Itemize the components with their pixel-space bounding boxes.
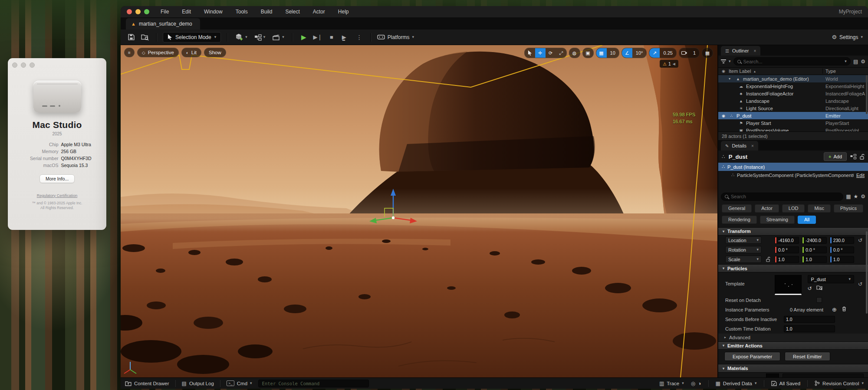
eye-icon[interactable]: ◉ bbox=[718, 69, 729, 73]
menu-select[interactable]: Select bbox=[285, 9, 299, 15]
zoom-button[interactable] bbox=[144, 9, 149, 14]
material-asset-dropdown[interactable] bbox=[783, 374, 864, 377]
rotation-y-field[interactable] bbox=[802, 246, 826, 253]
filter-icon[interactable] bbox=[721, 59, 726, 63]
scale-lock-icon[interactable] bbox=[764, 257, 772, 262]
content-drawer-button[interactable]: Content Drawer bbox=[125, 381, 169, 386]
play-button[interactable]: ▶ bbox=[299, 32, 309, 43]
save-icon[interactable] bbox=[126, 32, 136, 43]
location-x-field[interactable] bbox=[775, 237, 799, 244]
menu-edit[interactable]: Edit bbox=[182, 9, 191, 15]
seconds-before-inactive-field[interactable] bbox=[784, 316, 835, 323]
show-dropdown[interactable]: Show bbox=[204, 48, 226, 57]
scale-y-field[interactable] bbox=[802, 256, 826, 263]
new-folder-icon[interactable]: ▤ bbox=[853, 59, 858, 65]
rotation-x-field[interactable] bbox=[775, 246, 799, 253]
surface-snap-button[interactable]: ▣ bbox=[583, 48, 593, 58]
outliner-row-p-dust[interactable]: ◉ ∴P_dust Emitter bbox=[718, 112, 868, 119]
output-log-button[interactable]: ▤ Output Log bbox=[182, 380, 214, 387]
rotation-snap-toggle[interactable]: ∠ bbox=[622, 48, 632, 58]
launch-button[interactable]: ▶▂ bbox=[340, 32, 351, 43]
outliner-row-postprocess[interactable]: ▣PostProcessVolume PostProcessVol bbox=[718, 127, 868, 131]
perspective-dropdown[interactable]: ◇Perspective bbox=[137, 48, 179, 57]
level-viewport[interactable]: ≡ ◇Perspective ◐Lit Show ✛ ⟳ ⤢ ◍ ▣ ▦ bbox=[121, 45, 717, 377]
pill-rendering[interactable]: Rendering bbox=[722, 216, 757, 224]
component-row-particle-system[interactable]: ∴ ParticleSystemComponent (ParticleSyste… bbox=[718, 171, 868, 179]
component-row-instance[interactable]: ∴ P_dust (Instance) bbox=[718, 163, 868, 171]
twisty-open-icon[interactable]: ▾ bbox=[729, 77, 733, 81]
scale-dropdown[interactable]: Scale▾ bbox=[725, 256, 762, 263]
trace-dropdown[interactable]: ▥ Trace ▾ bbox=[659, 380, 684, 387]
use-selected-asset-icon[interactable]: ↺ bbox=[808, 285, 812, 292]
section-materials[interactable]: ▾ Materials bbox=[718, 364, 868, 372]
tab-details[interactable]: ✎ Details × bbox=[721, 141, 758, 151]
revision-control-dropdown[interactable]: Revision Control ▾ bbox=[815, 380, 864, 386]
rotation-z-field[interactable] bbox=[830, 246, 854, 253]
outliner-row-world[interactable]: ▾▲martian_surface_demo (Editor) World bbox=[718, 75, 868, 82]
close-button[interactable] bbox=[127, 9, 132, 14]
eye-icon[interactable]: ◉ bbox=[718, 114, 729, 118]
window-controls[interactable] bbox=[127, 9, 149, 14]
add-element-icon[interactable]: ⊕ bbox=[832, 306, 837, 313]
outliner-search[interactable]: ▾ bbox=[733, 57, 851, 66]
selection-mode-dropdown[interactable]: Selection Mode ▾ bbox=[163, 32, 221, 43]
add-actor-dropdown[interactable]: ▾ bbox=[233, 33, 249, 41]
content-browser-icon[interactable] bbox=[140, 32, 150, 43]
scale-snap-toggle[interactable]: ↗ bbox=[649, 48, 660, 58]
display-options-icon[interactable]: ▦ bbox=[846, 193, 851, 200]
outliner-row-light-source[interactable]: ☀Light Source DirectionalLight bbox=[718, 105, 868, 112]
materials-element-row[interactable] bbox=[718, 373, 868, 377]
viewport-options-button[interactable]: ≡ bbox=[124, 48, 135, 57]
pill-actor[interactable]: Actor bbox=[755, 204, 779, 213]
camera-speed-value[interactable]: 1 bbox=[690, 48, 699, 58]
outliner-row-foliage[interactable]: ♣InstancedFoliageActor InstancedFoliageA bbox=[718, 90, 868, 97]
cinematics-dropdown[interactable]: ▾ bbox=[270, 33, 286, 41]
console-command-input[interactable] bbox=[262, 381, 365, 386]
camera-speed-button[interactable] bbox=[679, 48, 690, 58]
menu-file[interactable]: File bbox=[161, 9, 169, 15]
derived-data-dropdown[interactable]: ▦ Derived Data ▾ bbox=[716, 380, 757, 387]
zoom-button[interactable] bbox=[30, 62, 35, 68]
gear-icon[interactable]: ⚙ bbox=[861, 59, 865, 65]
insights-session-icon[interactable]: ◎ bbox=[691, 380, 695, 387]
grid-snap-value[interactable]: 10 bbox=[607, 48, 619, 58]
menu-actor[interactable]: Actor bbox=[313, 9, 325, 15]
custom-time-dilation-field[interactable] bbox=[784, 325, 835, 332]
more-info-button[interactable]: More Info... bbox=[39, 174, 75, 183]
details-scrollbar[interactable] bbox=[866, 231, 868, 314]
menu-tools[interactable]: Tools bbox=[236, 9, 248, 15]
section-particles[interactable]: ▾ Particles bbox=[718, 264, 868, 272]
section-transform[interactable]: ▾ Transform bbox=[718, 227, 868, 236]
expose-parameter-button[interactable]: Expose Parameter bbox=[724, 352, 780, 361]
template-asset-dropdown[interactable]: P_dust ▾ bbox=[808, 275, 855, 283]
location-dropdown[interactable]: Location▾ bbox=[725, 236, 762, 244]
material-thumbnail[interactable] bbox=[766, 374, 779, 377]
reset-emitter-button[interactable]: Reset Emitter bbox=[785, 352, 830, 361]
unlock-icon[interactable] bbox=[860, 154, 865, 160]
pill-lod[interactable]: LOD bbox=[782, 204, 805, 213]
cmd-dropdown[interactable]: >_ Cmd ▾ bbox=[227, 380, 252, 386]
favorites-icon[interactable]: ★ bbox=[853, 193, 858, 200]
chevron-down-icon[interactable]: ▾ bbox=[845, 59, 847, 63]
viewport-warning-badge[interactable]: ⚠ 1 ◀ bbox=[660, 60, 678, 68]
browse-to-asset-icon[interactable] bbox=[816, 285, 822, 292]
outliner-column-header[interactable]: ◉ Item Label▲ Type bbox=[718, 67, 868, 75]
reset-icon[interactable]: ↺ bbox=[857, 275, 864, 287]
close-icon[interactable]: × bbox=[754, 49, 756, 53]
world-local-toggle[interactable]: ◍ bbox=[569, 48, 580, 58]
location-z-field[interactable] bbox=[830, 237, 854, 244]
skip-button[interactable]: ▶❘ bbox=[312, 32, 323, 43]
close-button[interactable] bbox=[12, 62, 17, 68]
scale-tool-button[interactable]: ⤢ bbox=[556, 48, 566, 58]
blueprint-convert-icon[interactable] bbox=[850, 154, 856, 159]
lit-dropdown[interactable]: ◐Lit bbox=[181, 48, 201, 57]
delete-elements-icon[interactable] bbox=[842, 306, 846, 313]
pill-streaming[interactable]: Streaming bbox=[760, 216, 795, 224]
template-thumbnail[interactable] bbox=[775, 275, 802, 295]
reset-icon[interactable]: ↺ bbox=[857, 237, 864, 243]
outliner-scrollbar[interactable] bbox=[866, 75, 868, 114]
tab-outliner[interactable]: ☰ Outliner × bbox=[721, 46, 760, 56]
blueprints-dropdown[interactable]: ▾ bbox=[253, 34, 267, 41]
grid-snap-toggle[interactable]: ▦ bbox=[596, 48, 607, 58]
edit-link[interactable]: Edit bbox=[856, 173, 865, 178]
